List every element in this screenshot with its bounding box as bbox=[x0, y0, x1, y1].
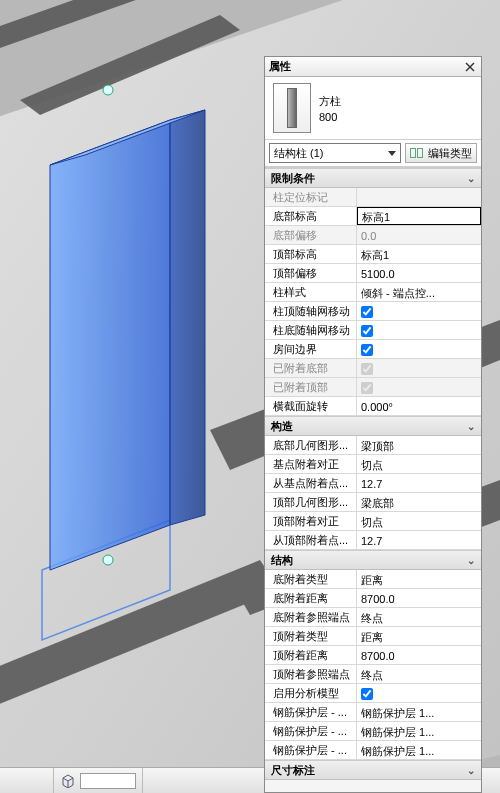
property-row[interactable]: 从基点附着点...12.7 bbox=[265, 474, 481, 493]
panel-titlebar[interactable]: 属性 bbox=[265, 57, 481, 77]
property-label: 已附着底部 bbox=[265, 359, 357, 377]
svg-line-13 bbox=[63, 778, 68, 781]
property-value[interactable]: 距离 bbox=[357, 570, 481, 588]
edit-type-label: 编辑类型 bbox=[428, 146, 472, 161]
svg-point-10 bbox=[103, 85, 113, 95]
property-value[interactable]: 12.7 bbox=[357, 531, 481, 549]
type-family: 方柱 bbox=[319, 94, 341, 109]
property-label: 基点附着对正 bbox=[265, 455, 357, 473]
property-row[interactable]: 钢筋保护层 - ...钢筋保护层 1... bbox=[265, 741, 481, 760]
group-header-label: 尺寸标注 bbox=[271, 763, 315, 778]
property-row[interactable]: 顶部标高标高1 bbox=[265, 245, 481, 264]
property-label: 从顶部附着点... bbox=[265, 531, 357, 549]
property-value[interactable]: 标高1 bbox=[357, 245, 481, 263]
property-label: 顶附着参照端点 bbox=[265, 665, 357, 683]
property-checkbox[interactable] bbox=[361, 344, 373, 356]
property-row[interactable]: 基点附着对正切点 bbox=[265, 455, 481, 474]
property-label: 钢筋保护层 - ... bbox=[265, 703, 357, 721]
property-checkbox[interactable] bbox=[361, 306, 373, 318]
property-value[interactable]: 12.7 bbox=[357, 474, 481, 492]
properties-panel: 属性 方柱 800 结构柱 (1) 编辑类型 限制条 bbox=[264, 56, 482, 793]
close-icon[interactable] bbox=[463, 60, 477, 74]
svg-marker-1 bbox=[0, 0, 150, 55]
property-row[interactable]: 启用分析模型 bbox=[265, 684, 481, 703]
property-row[interactable]: 从顶部附着点...12.7 bbox=[265, 531, 481, 550]
instance-selector[interactable]: 结构柱 (1) bbox=[269, 143, 401, 163]
svg-marker-8 bbox=[170, 110, 205, 525]
property-row[interactable]: 底附着距离8700.0 bbox=[265, 589, 481, 608]
property-value[interactable]: 终点 bbox=[357, 665, 481, 683]
expand-icon[interactable]: ⌄ bbox=[467, 173, 475, 184]
property-checkbox bbox=[361, 382, 373, 394]
property-value[interactable]: 钢筋保护层 1... bbox=[357, 722, 481, 740]
property-value[interactable]: 切点 bbox=[357, 455, 481, 473]
property-row[interactable]: 钢筋保护层 - ...钢筋保护层 1... bbox=[265, 722, 481, 741]
property-value[interactable] bbox=[357, 321, 481, 339]
property-value[interactable]: 钢筋保护层 1... bbox=[357, 741, 481, 759]
property-value[interactable]: 5100.0 bbox=[357, 264, 481, 282]
property-value[interactable]: 终点 bbox=[357, 608, 481, 626]
property-value[interactable]: 8700.0 bbox=[357, 646, 481, 664]
property-label: 从基点附着点... bbox=[265, 474, 357, 492]
type-selector-row[interactable]: 方柱 800 bbox=[265, 77, 481, 140]
property-row[interactable]: 房间边界 bbox=[265, 340, 481, 359]
property-label: 顶部标高 bbox=[265, 245, 357, 263]
property-row[interactable]: 柱样式倾斜 - 端点控... bbox=[265, 283, 481, 302]
property-value[interactable] bbox=[357, 302, 481, 320]
property-row[interactable]: 顶附着参照端点终点 bbox=[265, 665, 481, 684]
expand-icon[interactable]: ⌄ bbox=[467, 555, 475, 566]
property-row[interactable]: 顶部几何图形...梁底部 bbox=[265, 493, 481, 512]
property-value[interactable]: 距离 bbox=[357, 627, 481, 645]
property-label: 顶附着距离 bbox=[265, 646, 357, 664]
property-value[interactable]: 切点 bbox=[357, 512, 481, 530]
property-label: 已附着顶部 bbox=[265, 378, 357, 396]
group-header[interactable]: 构造⌄ bbox=[265, 416, 481, 436]
property-value[interactable] bbox=[357, 684, 481, 702]
property-label: 顶部附着对正 bbox=[265, 512, 357, 530]
property-label: 底部标高 bbox=[265, 207, 357, 225]
group-header-label: 结构 bbox=[271, 553, 293, 568]
type-thumbnail bbox=[273, 83, 311, 133]
edit-type-button[interactable]: 编辑类型 bbox=[405, 143, 477, 163]
property-label: 柱样式 bbox=[265, 283, 357, 301]
property-row[interactable]: 底附着类型距离 bbox=[265, 570, 481, 589]
property-row[interactable]: 底部标高标高1 bbox=[265, 207, 481, 226]
property-row[interactable]: 顶部偏移5100.0 bbox=[265, 264, 481, 283]
view-cube-toggle[interactable] bbox=[54, 768, 143, 793]
property-value[interactable]: 梁底部 bbox=[357, 493, 481, 511]
property-checkbox bbox=[361, 363, 373, 375]
property-label: 底部几何图形... bbox=[265, 436, 357, 454]
group-header-label: 构造 bbox=[271, 419, 293, 434]
property-value[interactable]: 倾斜 - 端点控... bbox=[357, 283, 481, 301]
property-value[interactable] bbox=[357, 340, 481, 358]
property-row[interactable]: 顶部附着对正切点 bbox=[265, 512, 481, 531]
property-value[interactable]: 0.000° bbox=[357, 397, 481, 415]
property-checkbox[interactable] bbox=[361, 325, 373, 337]
property-label: 顶附着类型 bbox=[265, 627, 357, 645]
property-row[interactable]: 底部几何图形...梁顶部 bbox=[265, 436, 481, 455]
properties-grid[interactable]: 限制条件⌄柱定位标记底部标高标高1底部偏移0.0顶部标高标高1顶部偏移5100.… bbox=[265, 167, 481, 792]
property-value bbox=[357, 188, 481, 206]
property-checkbox[interactable] bbox=[361, 688, 373, 700]
property-row[interactable]: 顶附着距离8700.0 bbox=[265, 646, 481, 665]
svg-rect-19 bbox=[418, 149, 423, 158]
property-row[interactable]: 底附着参照端点终点 bbox=[265, 608, 481, 627]
property-row[interactable]: 柱顶随轴网移动 bbox=[265, 302, 481, 321]
expand-icon[interactable]: ⌄ bbox=[467, 421, 475, 432]
property-label: 顶部偏移 bbox=[265, 264, 357, 282]
expand-icon[interactable]: ⌄ bbox=[467, 765, 475, 776]
property-value[interactable]: 8700.0 bbox=[357, 589, 481, 607]
property-value[interactable]: 梁顶部 bbox=[357, 436, 481, 454]
property-row[interactable]: 钢筋保护层 - ...钢筋保护层 1... bbox=[265, 703, 481, 722]
property-row[interactable]: 柱底随轴网移动 bbox=[265, 321, 481, 340]
property-value: 0.0 bbox=[357, 226, 481, 244]
property-row[interactable]: 横截面旋转0.000° bbox=[265, 397, 481, 416]
group-header[interactable]: 限制条件⌄ bbox=[265, 168, 481, 188]
property-row: 柱定位标记 bbox=[265, 188, 481, 207]
property-value[interactable]: 钢筋保护层 1... bbox=[357, 703, 481, 721]
group-header[interactable]: 尺寸标注⌄ bbox=[265, 760, 481, 780]
property-value[interactable]: 标高1 bbox=[357, 207, 481, 225]
property-row[interactable]: 顶附着类型距离 bbox=[265, 627, 481, 646]
property-label: 柱底随轴网移动 bbox=[265, 321, 357, 339]
group-header[interactable]: 结构⌄ bbox=[265, 550, 481, 570]
